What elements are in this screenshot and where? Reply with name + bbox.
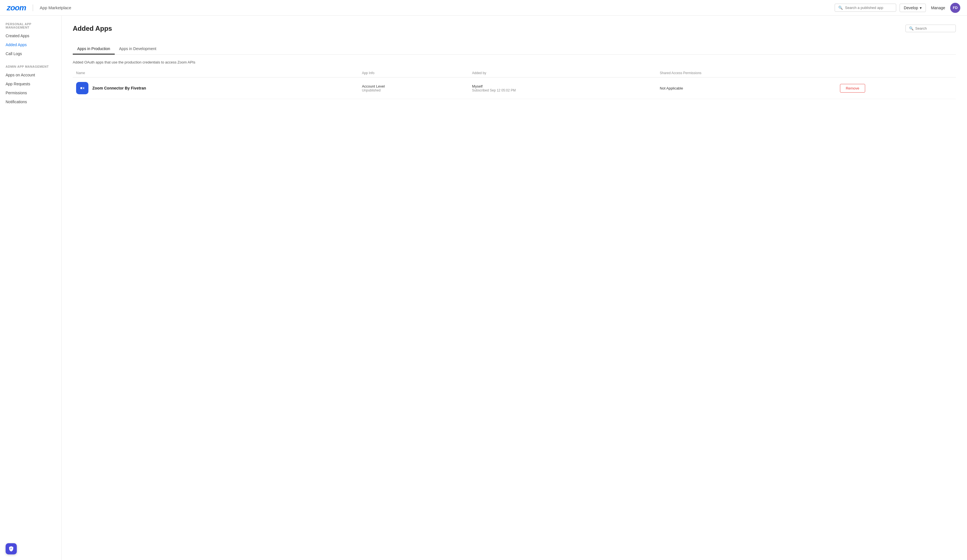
chevron-down-icon: ▾ bbox=[920, 6, 922, 10]
app-name-text: Zoom Connector By Fivetran bbox=[92, 86, 146, 91]
tab-apps-in-production[interactable]: Apps in Production bbox=[73, 44, 115, 54]
security-badge[interactable] bbox=[6, 543, 17, 554]
zoom-logo[interactable]: zoom bbox=[7, 3, 26, 12]
develop-label: Develop bbox=[904, 6, 918, 10]
search-published-app[interactable]: 🔍 bbox=[835, 3, 896, 12]
search-icon: 🔍 bbox=[838, 6, 843, 10]
table-description: Added OAuth apps that use the production… bbox=[73, 60, 956, 64]
header: zoom App Marketplace 🔍 Develop ▾ Manage … bbox=[0, 0, 967, 16]
header-right: 🔍 Develop ▾ Manage FD bbox=[835, 3, 960, 13]
admin-section-label: ADMIN APP MANAGEMENT bbox=[0, 65, 61, 68]
added-by-sub: Subscribed Sep 12 05:02 PM bbox=[472, 88, 653, 92]
svg-rect-0 bbox=[79, 84, 86, 92]
remove-button[interactable]: Remove bbox=[840, 84, 865, 92]
table-row: Zoom Connector By Fivetran Account Level… bbox=[73, 77, 956, 99]
app-info-sub: Unpublished bbox=[362, 88, 465, 92]
table-search[interactable]: 🔍 bbox=[906, 25, 956, 32]
col-name: Name bbox=[73, 69, 358, 77]
header-logo: zoom App Marketplace bbox=[7, 3, 71, 12]
added-apps-table: Name App Info Added by Shared Access Per… bbox=[73, 69, 956, 99]
app-name-cell: Zoom Connector By Fivetran bbox=[76, 82, 355, 94]
develop-button[interactable]: Develop ▾ bbox=[899, 3, 926, 12]
cell-added-by: Myself Subscribed Sep 12 05:02 PM bbox=[469, 77, 657, 99]
shield-icon bbox=[8, 546, 14, 552]
header-divider bbox=[33, 5, 33, 11]
sidebar-item-permissions[interactable]: Permissions bbox=[0, 88, 61, 97]
page-title: Added Apps bbox=[73, 25, 112, 33]
cell-name: Zoom Connector By Fivetran bbox=[73, 77, 358, 99]
sidebar-item-app-requests[interactable]: App Requests bbox=[0, 79, 61, 88]
avatar[interactable]: FD bbox=[950, 3, 960, 13]
col-added-by: Added by bbox=[469, 69, 657, 77]
main-content: Added Apps 🔍 Apps in Production Apps in … bbox=[61, 16, 967, 560]
cell-shared-access: Not Applicable bbox=[657, 77, 837, 99]
manage-button[interactable]: Manage bbox=[929, 4, 947, 12]
content-top: Added Apps 🔍 bbox=[73, 25, 956, 38]
app-marketplace-title: App Marketplace bbox=[40, 5, 71, 10]
sidebar-item-notifications[interactable]: Notifications bbox=[0, 97, 61, 106]
cell-action: Remove bbox=[837, 77, 956, 99]
table-search-icon: 🔍 bbox=[909, 26, 914, 30]
app-icon bbox=[76, 82, 88, 94]
col-app-info: App Info bbox=[358, 69, 469, 77]
sidebar: PERSONAL APP MANAGEMENT Created Apps Add… bbox=[0, 16, 61, 560]
col-shared-access: Shared Access Permissions bbox=[657, 69, 837, 77]
app-info-main: Account Level bbox=[362, 84, 465, 88]
sidebar-item-call-logs[interactable]: Call Logs bbox=[0, 49, 61, 58]
personal-app-management-section: PERSONAL APP MANAGEMENT Created Apps Add… bbox=[0, 22, 61, 58]
sidebar-item-created-apps[interactable]: Created Apps bbox=[0, 31, 61, 40]
tabs: Apps in Production Apps in Development bbox=[73, 44, 956, 54]
personal-section-label: PERSONAL APP MANAGEMENT bbox=[0, 22, 61, 29]
sidebar-item-apps-on-account[interactable]: Apps on Account bbox=[0, 71, 61, 79]
added-by-main: Myself bbox=[472, 84, 653, 88]
table-search-input[interactable] bbox=[915, 26, 952, 30]
tab-apps-in-development[interactable]: Apps in Development bbox=[115, 44, 161, 54]
admin-app-management-section: ADMIN APP MANAGEMENT Apps on Account App… bbox=[0, 65, 61, 106]
sidebar-item-added-apps[interactable]: Added Apps bbox=[0, 40, 61, 49]
col-action bbox=[837, 69, 956, 77]
search-published-input[interactable] bbox=[845, 6, 893, 10]
cell-app-info: Account Level Unpublished bbox=[358, 77, 469, 99]
layout: PERSONAL APP MANAGEMENT Created Apps Add… bbox=[0, 16, 967, 560]
